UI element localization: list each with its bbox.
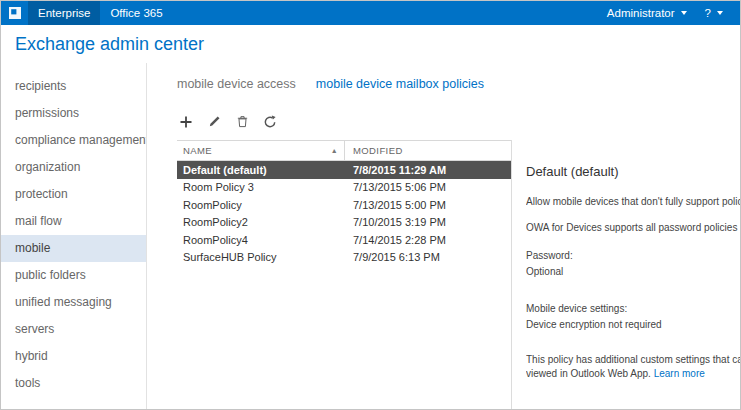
list-and-details: NAME ▲ MODIFIED Default (default) 7/8/20… <box>147 140 740 409</box>
sidebar-item-recipients[interactable]: recipients <box>1 73 146 100</box>
sidebar-item-servers[interactable]: servers <box>1 316 146 343</box>
user-menu-label: Administrator <box>607 7 675 19</box>
sidebar-item-mobile[interactable]: mobile <box>1 235 146 262</box>
office365-logo-icon[interactable] <box>8 6 22 20</box>
sidebar-item-compliance-management[interactable]: compliance management <box>1 127 146 154</box>
table-row[interactable]: Room Policy 3 7/13/2015 5:06 PM <box>177 179 511 197</box>
table-row[interactable]: RoomPolicy 7/13/2015 5:00 PM <box>177 196 511 214</box>
sidebar-item-permissions[interactable]: permissions <box>1 100 146 127</box>
policy-name-cell: SurfaceHUB Policy <box>177 251 345 263</box>
main-panel: mobile device access mobile device mailb… <box>147 63 740 409</box>
sidebar-item-unified-messaging[interactable]: unified messaging <box>1 289 146 316</box>
details-note-line2-text: viewed in Outlook Web App. <box>526 368 651 379</box>
add-button[interactable] <box>177 114 195 132</box>
add-icon <box>179 115 193 132</box>
policy-name-cell: Default (default) <box>177 164 345 176</box>
list-toolbar <box>177 114 740 132</box>
policy-modified-cell: 7/14/2015 2:28 PM <box>345 234 511 246</box>
policy-modified-cell: 7/13/2015 5:06 PM <box>345 181 511 193</box>
edit-icon <box>208 115 221 131</box>
sidebar-item-public-folders[interactable]: public folders <box>1 262 146 289</box>
password-value: Optional <box>526 265 740 278</box>
mobile-device-settings-label: Mobile device settings: <box>526 302 740 315</box>
tab-mobile-device-access[interactable]: mobile device access <box>177 77 296 93</box>
learn-more-link[interactable]: Learn more <box>654 368 705 379</box>
tab-mobile-device-mailbox-policies[interactable]: mobile device mailbox policies <box>316 77 484 93</box>
refresh-icon <box>263 115 277 132</box>
page-title: Exchange admin center <box>15 34 204 55</box>
refresh-button[interactable] <box>261 114 279 132</box>
policies-list: NAME ▲ MODIFIED Default (default) 7/8/20… <box>177 140 511 409</box>
sidebar-item-mail-flow[interactable]: mail flow <box>1 208 146 235</box>
help-menu[interactable]: ? <box>696 1 732 25</box>
content-area: recipients permissions compliance manage… <box>1 63 740 409</box>
top-navigation-bar: Enterprise Office 365 Administrator ? <box>1 1 740 25</box>
details-note-line2: viewed in Outlook Web App. Learn more <box>526 367 740 381</box>
password-label: Password: <box>526 249 740 262</box>
policy-modified-cell: 7/13/2015 5:00 PM <box>345 199 511 211</box>
details-pane: Default (default) Allow mobile devices t… <box>511 140 740 409</box>
policy-modified-cell: 7/8/2015 11:29 AM <box>345 164 511 176</box>
policy-modified-cell: 7/9/2015 6:13 PM <box>345 251 511 263</box>
policy-name-cell: RoomPolicy4 <box>177 234 345 246</box>
policy-modified-cell: 7/10/2015 3:19 PM <box>345 216 511 228</box>
column-header-modified-label: MODIFIED <box>353 145 403 156</box>
sidebar-item-hybrid[interactable]: hybrid <box>1 343 146 370</box>
delete-icon <box>236 115 249 131</box>
policy-name-cell: Room Policy 3 <box>177 181 345 193</box>
page-header: Exchange admin center <box>1 25 740 63</box>
policy-name-cell: RoomPolicy2 <box>177 216 345 228</box>
sort-ascending-icon: ▲ <box>331 147 338 154</box>
sidebar-item-organization[interactable]: organization <box>1 154 146 181</box>
delete-button[interactable] <box>233 114 251 132</box>
details-description-line2: OWA for Devices supports all password po… <box>526 221 740 234</box>
topbar-tab-enterprise[interactable]: Enterprise <box>28 1 100 25</box>
table-row[interactable]: RoomPolicy2 7/10/2015 3:19 PM <box>177 214 511 232</box>
table-row[interactable]: RoomPolicy4 7/14/2015 2:28 PM <box>177 231 511 249</box>
chevron-down-icon <box>681 11 687 15</box>
column-header-modified[interactable]: MODIFIED <box>345 141 511 160</box>
details-description-line1: Allow mobile devices that don't fully su… <box>526 195 740 208</box>
exchange-admin-center-window: Enterprise Office 365 Administrator ? Ex… <box>0 0 741 410</box>
edit-button[interactable] <box>205 114 223 132</box>
table-row[interactable]: Default (default) 7/8/2015 11:29 AM <box>177 161 511 179</box>
table-row[interactable]: SurfaceHUB Policy 7/9/2015 6:13 PM <box>177 249 511 267</box>
section-tabs: mobile device access mobile device mailb… <box>177 77 740 93</box>
table-header: NAME ▲ MODIFIED <box>177 140 511 161</box>
policy-name-cell: RoomPolicy <box>177 199 345 211</box>
mobile-device-settings-value: Device encryption not required <box>526 318 740 331</box>
column-header-name[interactable]: NAME ▲ <box>177 141 345 160</box>
sidebar-item-protection[interactable]: protection <box>1 181 146 208</box>
topbar-tab-office365[interactable]: Office 365 <box>100 1 172 25</box>
column-header-name-label: NAME <box>183 145 212 156</box>
chevron-down-icon <box>717 11 723 15</box>
sidebar-item-tools[interactable]: tools <box>1 370 146 397</box>
left-navigation: recipients permissions compliance manage… <box>1 63 147 409</box>
help-menu-label: ? <box>705 7 711 19</box>
details-note-line1: This policy has additional custom settin… <box>526 353 740 367</box>
details-title: Default (default) <box>526 164 740 179</box>
topbar-right-menus: Administrator ? <box>598 1 732 25</box>
user-menu[interactable]: Administrator <box>598 1 696 25</box>
